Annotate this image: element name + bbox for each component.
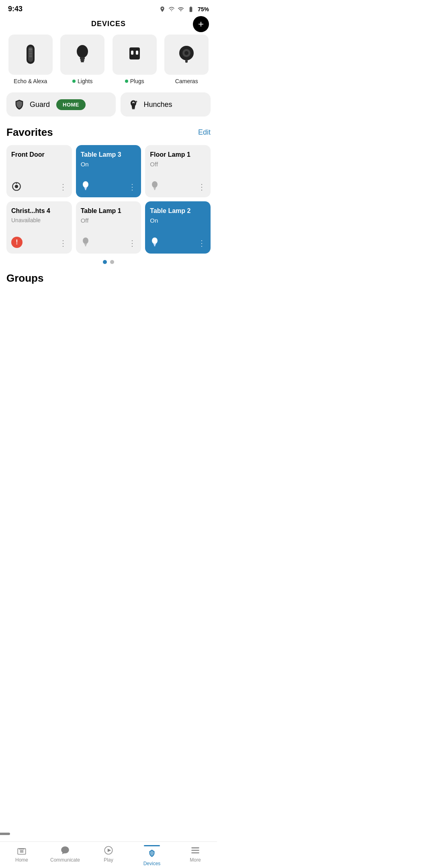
- pagination-dot-1[interactable]: [103, 260, 107, 264]
- wifi-icon: [168, 6, 175, 12]
- plugs-label: Plugs: [125, 78, 144, 84]
- fav-card-bottom: ⋮: [150, 237, 206, 248]
- bulb-off-icon: [150, 180, 160, 192]
- plugs-icon: [125, 43, 145, 67]
- add-device-button[interactable]: +: [193, 16, 209, 32]
- fav-card-bottom: ! ⋮: [11, 237, 67, 248]
- echo-icon: [20, 43, 41, 67]
- svg-rect-33: [85, 245, 86, 246]
- category-lights[interactable]: Lights: [59, 35, 107, 84]
- fav-card-name: Table Lamp 1: [81, 207, 137, 215]
- fav-card-status: Off: [81, 217, 137, 224]
- fav-card-bottom: ⋮: [81, 180, 137, 192]
- fav-card-bottom: ⋮: [11, 181, 67, 192]
- svg-rect-29: [154, 188, 156, 189]
- svg-point-21: [15, 185, 18, 188]
- svg-rect-30: [154, 189, 156, 190]
- svg-rect-32: [84, 244, 87, 245]
- svg-rect-24: [84, 187, 87, 188]
- cameras-icon-bg: [164, 35, 209, 75]
- fav-card-floor-lamp-1[interactable]: Floor Lamp 1 Off ⋮: [145, 145, 211, 197]
- svg-rect-4: [29, 53, 32, 54]
- guard-badge[interactable]: HOME: [56, 99, 86, 110]
- svg-rect-11: [129, 47, 140, 59]
- battery-percentage: 75%: [198, 6, 209, 12]
- camera-device-icon: [11, 181, 22, 192]
- svg-rect-38: [154, 246, 156, 246]
- svg-point-16: [184, 51, 188, 55]
- fav-card-table-lamp-2[interactable]: Table Lamp 2 On ⋮: [145, 201, 211, 254]
- location-icon: [159, 6, 166, 12]
- fav-card-more-icon[interactable]: ⋮: [59, 238, 67, 248]
- hunches-card[interactable]: Hunches: [121, 92, 211, 117]
- fav-card-name: Christ...hts 4: [11, 207, 67, 215]
- favorites-header: Favorites Edit: [0, 126, 217, 145]
- svg-rect-12: [131, 51, 133, 55]
- device-categories: Echo & Alexa Lights Plugs: [0, 35, 217, 92]
- header: DEVICES +: [0, 16, 217, 35]
- fav-card-table-lamp-1[interactable]: Table Lamp 1 Off ⋮: [76, 201, 141, 254]
- guard-label: Guard: [30, 100, 50, 109]
- hunches-label: Hunches: [144, 100, 172, 109]
- cameras-label: Cameras: [175, 78, 198, 84]
- pagination-dots: [0, 260, 217, 272]
- svg-rect-5: [29, 55, 32, 55]
- category-plugs[interactable]: Plugs: [111, 35, 159, 84]
- cameras-icon: [176, 43, 197, 67]
- fav-card-more-icon[interactable]: ⋮: [128, 238, 136, 248]
- favorites-grid: Front Door ⋮ Table Lamp 3 On ⋮: [0, 145, 217, 260]
- category-cameras[interactable]: Cameras: [163, 35, 211, 84]
- lights-label: Lights: [72, 78, 92, 84]
- svg-point-35: [152, 237, 158, 244]
- groups-section: Groups: [0, 272, 217, 319]
- svg-point-23: [83, 181, 88, 188]
- svg-rect-2: [29, 48, 32, 51]
- fav-card-name: Table Lamp 3: [81, 151, 137, 159]
- svg-rect-8: [80, 57, 85, 59]
- status-time: 9:43: [8, 5, 23, 13]
- status-icons: 75%: [159, 6, 209, 12]
- category-echo[interactable]: Echo & Alexa: [6, 35, 55, 84]
- fav-card-table-lamp-3[interactable]: Table Lamp 3 On ⋮: [76, 145, 141, 197]
- guard-card[interactable]: Guard HOME: [6, 92, 116, 117]
- svg-point-27: [152, 181, 158, 188]
- svg-rect-34: [85, 246, 86, 246]
- fav-card-bottom: ⋮: [81, 237, 137, 248]
- edit-button[interactable]: Edit: [198, 128, 211, 137]
- fav-card-christmas-lights[interactable]: Christ...hts 4 Unavailable ! ⋮: [6, 201, 72, 254]
- lights-dot: [72, 80, 76, 83]
- fav-card-more-icon[interactable]: ⋮: [198, 238, 206, 248]
- fav-card-more-icon[interactable]: ⋮: [198, 182, 206, 192]
- fav-card-front-door[interactable]: Front Door ⋮: [6, 145, 72, 197]
- svg-point-31: [83, 237, 88, 244]
- error-icon: !: [11, 237, 23, 248]
- fav-card-more-icon[interactable]: ⋮: [128, 182, 136, 192]
- svg-rect-6: [29, 56, 32, 57]
- hunches-icon: [128, 99, 139, 110]
- svg-point-7: [77, 45, 88, 58]
- fav-card-status: On: [81, 161, 137, 168]
- lights-icon: [72, 43, 92, 67]
- svg-rect-22: [16, 182, 17, 184]
- bulb-on-icon: [81, 180, 90, 192]
- status-bar: 9:43 75%: [0, 0, 217, 16]
- pagination-dot-2[interactable]: [110, 260, 114, 264]
- bulb-on-icon: [150, 237, 160, 248]
- fav-card-name: Front Door: [11, 151, 67, 159]
- svg-rect-36: [154, 244, 156, 245]
- favorites-title: Favorites: [6, 126, 53, 139]
- fav-card-status: On: [150, 217, 206, 224]
- fav-card-more-icon[interactable]: ⋮: [59, 182, 67, 192]
- fav-card-status: Off: [150, 161, 206, 168]
- bulb-off-icon: [81, 237, 90, 248]
- svg-rect-17: [185, 59, 188, 63]
- fav-card-name: Table Lamp 2: [150, 207, 206, 215]
- svg-rect-25: [85, 188, 86, 189]
- svg-rect-3: [29, 51, 32, 52]
- svg-rect-37: [154, 245, 156, 246]
- guard-hunches-row: Guard HOME Hunches: [0, 92, 217, 126]
- echo-label: Echo & Alexa: [14, 78, 47, 84]
- svg-rect-26: [85, 189, 86, 190]
- echo-icon-bg: [8, 35, 53, 75]
- battery-icon: [186, 6, 195, 12]
